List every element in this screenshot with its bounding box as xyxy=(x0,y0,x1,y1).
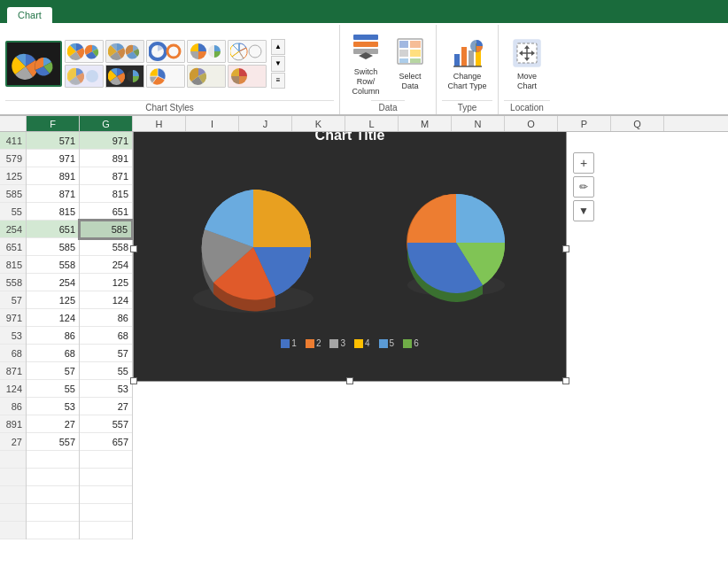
cell-selected[interactable]: 585 xyxy=(80,221,132,238)
switch-row-column-button[interactable]: Switch Row/Column xyxy=(345,28,386,100)
cell-empty[interactable] xyxy=(27,469,79,486)
cell-empty[interactable] xyxy=(80,486,132,504)
cell[interactable]: 68 xyxy=(27,345,79,362)
cell[interactable]: 57 xyxy=(27,362,79,380)
col-header-o: O xyxy=(505,116,558,131)
cell[interactable]: 55 xyxy=(27,380,79,398)
cell[interactable]: 558 xyxy=(80,238,132,256)
chart-style-scroll[interactable]: ▲ ▼ ≡ xyxy=(271,39,285,89)
cell[interactable]: 558 xyxy=(27,256,79,274)
handle-mr[interactable] xyxy=(562,245,569,252)
cell[interactable]: 871 xyxy=(80,167,132,185)
select-data-label: SelectData xyxy=(399,72,421,91)
switch-row-col-icon xyxy=(352,33,380,66)
cell[interactable]: 27 xyxy=(27,415,79,433)
tab-chart[interactable]: Chart xyxy=(7,7,52,23)
chart-styles-label: Chart Styles xyxy=(5,100,334,114)
move-chart-icon xyxy=(512,38,542,70)
cell[interactable]: 53 xyxy=(80,380,132,398)
chart-style-thumb-active[interactable] xyxy=(5,41,62,87)
chart-style-thumb-7[interactable] xyxy=(105,65,144,88)
cell[interactable]: 651 xyxy=(27,221,79,238)
handle-ml[interactable] xyxy=(130,245,137,252)
cell[interactable]: 27 xyxy=(80,398,132,415)
handle-bm[interactable] xyxy=(346,377,353,384)
cell-empty[interactable] xyxy=(27,451,79,469)
row-num xyxy=(0,504,26,522)
cell[interactable]: 971 xyxy=(27,150,79,167)
chart-style-thumb-3[interactable] xyxy=(146,40,185,63)
location-group-label: Location xyxy=(504,100,550,114)
svg-point-12 xyxy=(86,70,98,82)
select-data-button[interactable]: SelectData xyxy=(390,33,430,96)
legend-item-3: 3 xyxy=(329,338,345,348)
chart-style-thumb-4[interactable] xyxy=(187,40,226,63)
svg-rect-23 xyxy=(399,50,408,57)
cell[interactable]: 971 xyxy=(80,132,132,150)
scroll-down-btn[interactable]: ▼ xyxy=(271,56,285,72)
cell-empty[interactable] xyxy=(27,486,79,504)
cell-empty[interactable] xyxy=(80,522,132,539)
change-chart-type-button[interactable]: ChangeChart Type xyxy=(445,34,491,96)
handle-br[interactable] xyxy=(562,377,569,384)
chart-style-thumb-2[interactable] xyxy=(105,40,144,63)
chart-filters-button[interactable]: ▼ xyxy=(573,200,594,221)
cell[interactable]: 57 xyxy=(80,345,132,362)
chart-style-thumb-5[interactable] xyxy=(228,40,267,63)
row-numbers: 411 579 125 585 55 254 651 815 558 57 97… xyxy=(0,132,27,539)
cell[interactable]: 651 xyxy=(80,203,132,221)
scroll-up-btn[interactable]: ▲ xyxy=(271,39,285,55)
cell[interactable]: 53 xyxy=(27,398,79,415)
chart-overlay[interactable]: Chart Title xyxy=(133,116,567,382)
cell[interactable]: 86 xyxy=(27,327,79,345)
cell[interactable]: 86 xyxy=(80,309,132,327)
cell[interactable]: 871 xyxy=(27,185,79,203)
svg-point-7 xyxy=(167,45,180,58)
cell[interactable]: 124 xyxy=(27,309,79,327)
cell[interactable]: 125 xyxy=(80,274,132,291)
cell-empty[interactable] xyxy=(27,504,79,522)
chart-style-thumb-9[interactable] xyxy=(187,65,226,88)
chart-style-thumb-8[interactable] xyxy=(146,65,185,88)
chart-elements-button[interactable]: + xyxy=(573,152,594,174)
data-group: Switch Row/Column xyxy=(340,25,437,114)
row-num: 558 xyxy=(0,274,26,291)
row-num: 68 xyxy=(0,345,26,362)
cell[interactable]: 891 xyxy=(80,150,132,167)
cell[interactable]: 585 xyxy=(27,238,79,256)
column-header-row: F G H I J K L M N O P Q xyxy=(0,116,728,132)
cell[interactable]: 815 xyxy=(80,185,132,203)
col-header-m: M xyxy=(399,116,452,131)
cell-empty[interactable] xyxy=(80,451,132,469)
cell-empty[interactable] xyxy=(27,522,79,539)
move-chart-button[interactable]: MoveChart xyxy=(504,34,550,96)
data-col-f: 571 971 891 871 815 651 585 558 254 125 … xyxy=(27,132,80,539)
cell[interactable]: 891 xyxy=(27,167,79,185)
cell[interactable]: 557 xyxy=(80,415,132,433)
scroll-more-btn[interactable]: ≡ xyxy=(271,73,285,89)
cell[interactable]: 557 xyxy=(27,433,79,451)
cell[interactable]: 254 xyxy=(27,274,79,291)
cell-empty[interactable] xyxy=(80,504,132,522)
cell[interactable]: 657 xyxy=(80,433,132,451)
cell[interactable]: 55 xyxy=(80,362,132,380)
cell[interactable]: 124 xyxy=(80,291,132,309)
cell-empty[interactable] xyxy=(80,469,132,486)
change-chart-type-icon xyxy=(453,38,483,70)
cell[interactable]: 571 xyxy=(27,132,79,150)
col-header-i: I xyxy=(186,116,239,131)
legend-item-1: 1 xyxy=(281,338,297,348)
handle-bl[interactable] xyxy=(130,377,137,384)
svg-rect-27 xyxy=(454,54,460,66)
cell[interactable]: 68 xyxy=(80,327,132,345)
chart-style-thumb-10[interactable] xyxy=(228,65,267,88)
cell[interactable]: 254 xyxy=(80,256,132,274)
chart-style-thumb-1[interactable] xyxy=(65,40,104,63)
row-num: 125 xyxy=(0,167,26,185)
cell[interactable]: 815 xyxy=(27,203,79,221)
cell[interactable]: 125 xyxy=(27,291,79,309)
row-num: 651 xyxy=(0,238,26,256)
chart-pies-area xyxy=(134,143,566,338)
chart-styles-button[interactable]: ✏ xyxy=(573,176,594,198)
chart-style-thumb-6[interactable] xyxy=(65,65,104,88)
